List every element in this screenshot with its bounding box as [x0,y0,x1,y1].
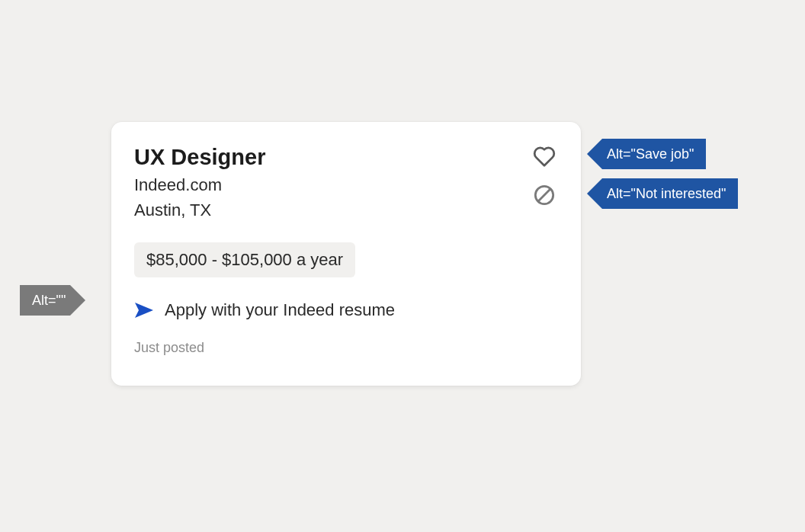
block-icon [534,184,555,209]
apply-row[interactable]: Apply with your Indeed resume [134,300,558,320]
job-title: UX Designer [134,143,265,171]
heart-icon [533,146,556,171]
salary-row: $85,000 - $105,000 a year [134,223,558,277]
annotation-not-interested: Alt="Not interested" [587,178,738,209]
annotation-apply-icon-label: Alt="" [20,285,70,316]
annotation-apply-icon: Alt="" [20,285,85,316]
job-card-header: UX Designer Indeed.com Austin, TX [134,143,558,223]
apply-text: Apply with your Indeed resume [165,300,395,320]
not-interested-button[interactable] [532,184,556,209]
job-action-icons [532,146,556,209]
annotation-save-job-label: Alt="Save job" [602,139,706,169]
job-company: Indeed.com [134,172,265,197]
job-location: Austin, TX [134,197,265,223]
svg-line-1 [538,189,550,201]
svg-marker-4 [70,285,85,316]
save-job-button[interactable] [532,146,556,171]
annotation-not-interested-label: Alt="Not interested" [602,178,738,209]
send-icon [134,302,154,319]
salary-chip: $85,000 - $105,000 a year [134,242,355,277]
annotation-save-job: Alt="Save job" [587,139,706,169]
job-card: UX Designer Indeed.com Austin, TX [111,122,581,386]
svg-marker-2 [587,139,602,169]
svg-marker-3 [587,178,602,209]
posted-label: Just posted [134,340,558,356]
job-title-block: UX Designer Indeed.com Austin, TX [134,143,265,223]
